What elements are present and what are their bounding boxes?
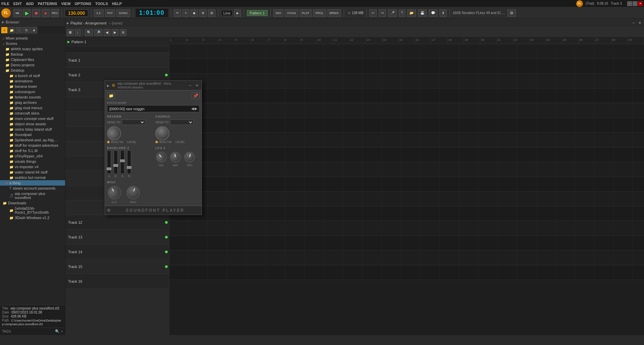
record-mode-button[interactable]: REC (51, 9, 59, 17)
chorus-builtin-radio[interactable] (155, 141, 158, 143)
grid-row-14[interactable] (169, 236, 644, 251)
misc-cut-knob[interactable] (105, 184, 124, 202)
previous-button[interactable]: ⏮ (13, 9, 21, 17)
paint-tool[interactable]: ⌖ (182, 9, 189, 17)
chorus-send-dropdown[interactable] (170, 120, 194, 125)
menu-item-add[interactable]: ADD (26, 2, 34, 6)
zoom-out-button[interactable]: 🔎 (94, 29, 102, 36)
mixer-button[interactable]: MIX (273, 9, 283, 17)
browser-item-downloads[interactable]: 📁 Downloads (0, 200, 65, 206)
stop-button[interactable]: ■ (32, 9, 40, 17)
zoom-in-button[interactable]: 🔍 (85, 29, 93, 36)
download-button[interactable]: ⬇ (439, 9, 447, 17)
browser-folder-button[interactable]: 📁 (8, 27, 15, 33)
scroll-right-button[interactable]: ▶ (112, 29, 118, 36)
channel-rack-button[interactable]: CHAN (285, 9, 298, 17)
line-dropdown[interactable]: Line (221, 10, 233, 16)
minimize-button[interactable]: ─ (627, 1, 632, 6)
open-button[interactable]: 📂 (407, 9, 416, 17)
draw-tool[interactable]: ✏ (174, 9, 181, 17)
erase-tool[interactable]: ◆ (191, 9, 198, 17)
grid-row-12[interactable] (169, 206, 644, 221)
lfo-del-knob[interactable] (154, 149, 169, 164)
collapse-arrow[interactable]: ▶ (2, 20, 4, 24)
piano-roll-button[interactable]: PROL (313, 9, 326, 17)
pattern-button[interactable]: PAT (105, 9, 115, 17)
grid-row-10[interactable] (169, 177, 644, 192)
zoom-tool[interactable]: ⊞ (208, 9, 215, 17)
browser-item-clipboard[interactable]: 📁 Clipboard files (0, 57, 65, 62)
plugin-minimize-button[interactable]: ─ (188, 83, 193, 88)
grid-row-13[interactable] (169, 221, 644, 236)
plugin-folder-button[interactable]: 📁 (107, 92, 115, 99)
record-button[interactable]: ● (42, 9, 50, 17)
browser-refresh-button[interactable]: ↻ (23, 27, 30, 33)
browser-item-bunch-stuff[interactable]: 📁 a bunch of stuff (0, 73, 65, 78)
lfo-amt-knob[interactable] (169, 151, 181, 163)
browser-item-wublinz[interactable]: 📁 wublinz but normal (0, 175, 65, 180)
grid-row-11[interactable] (169, 192, 644, 206)
sustain-slider[interactable] (120, 150, 124, 174)
select-tool[interactable]: ⊕ (199, 9, 207, 17)
browser-item-animations[interactable]: 📁 animations (0, 78, 65, 84)
grid-row-15[interactable] (169, 251, 644, 265)
lfo-spd-knob[interactable] (183, 150, 196, 163)
plugin-pin-button[interactable]: 📌 (192, 92, 200, 99)
browser-item-farlands[interactable]: 📁 farlands sounds (0, 94, 65, 100)
scroll-left-button[interactable]: ◀ (104, 29, 110, 36)
browser-item-soundpad[interactable]: 📁 Soundpad (0, 132, 65, 137)
menu-item-file[interactable]: FILE (1, 2, 9, 6)
browser-item-demo[interactable]: 📁 Demo projects (0, 62, 65, 68)
browser-item-colossingum[interactable]: 📁 colossingum (0, 89, 65, 94)
browser-up-button[interactable]: ↑ (16, 27, 22, 33)
pattern-view-button[interactable]: ↕ (75, 29, 80, 36)
detach-button[interactable]: ⊞ (120, 29, 126, 36)
attack-slider[interactable] (107, 150, 111, 174)
browser-item-gtag-archives[interactable]: 📁 gtag archives (0, 100, 65, 105)
grid-row-5[interactable] (169, 103, 644, 118)
browser-item-spritesheet[interactable]: 📁 Spritesheet-and..ay-Night-Funkin (0, 137, 65, 143)
tag-search-icon[interactable]: 🔍 (55, 329, 60, 334)
collapse-icon[interactable]: ▶ (67, 21, 69, 25)
browser-item-stuff-slm[interactable]: 📁 stuff for S.L.M (0, 148, 65, 153)
save-button[interactable]: 💾 (418, 9, 427, 17)
browser-item-object-show[interactable]: 📁 object show assets (0, 121, 65, 127)
browser-item-oisins[interactable]: 📁 oisins bday island stuff (0, 127, 65, 132)
browser-item-steam[interactable]: T steam account passwords (0, 186, 65, 191)
channel-view-button[interactable]: ⊞ (67, 29, 73, 36)
grid-row-8[interactable] (169, 147, 644, 162)
grid-row-7[interactable] (169, 133, 644, 147)
release-slider[interactable] (127, 150, 131, 174)
mic-button[interactable]: 🎤 (388, 9, 397, 17)
grid-row-2[interactable] (169, 59, 644, 74)
browser-item-rock1[interactable]: 📁 1elmla01hh-Rock1_BYTyroSmith (0, 206, 65, 215)
menu-item-patterns[interactable]: PATTERNS (38, 2, 57, 6)
menu-item-options[interactable]: OPTIONS (75, 2, 92, 6)
release-thumb[interactable] (127, 166, 131, 169)
browser-item-a-thing[interactable]: ❧ a thing (0, 180, 65, 186)
grid-row-6[interactable] (169, 118, 644, 133)
reverb-send-dropdown[interactable] (122, 120, 145, 125)
arr-minimize[interactable]: ─ (631, 21, 636, 25)
browser-item-ahhhh[interactable]: 📁 ahhhh scary sprites (0, 46, 65, 52)
browser-item-desktop[interactable]: 📁 Desktop (0, 68, 65, 73)
menu-item-edit[interactable]: EDIT (13, 2, 22, 6)
browser-item-utinyripper[interactable]: 📁 uTinyRipper_x64 (0, 153, 65, 159)
menu-item-tools[interactable]: TOOLS (95, 2, 108, 6)
song-button[interactable]: SONG (116, 9, 130, 17)
close-button[interactable]: ✕ (638, 1, 643, 6)
reverb-builtin-radio[interactable] (107, 141, 110, 143)
grid-row-1[interactable] (169, 44, 644, 59)
browser-button[interactable]: BRWS (327, 9, 341, 17)
patch-next-button[interactable]: ▶ (195, 107, 197, 111)
browser-item-scores[interactable]: ♪ Scores (0, 41, 65, 46)
tag-add-icon[interactable]: + (61, 329, 63, 334)
browser-star-button[interactable]: ★ (31, 27, 37, 33)
redo-button[interactable]: ↪ (379, 9, 386, 17)
menu-item-view[interactable]: VIEW (61, 2, 70, 6)
browser-item-backup[interactable]: 📁 Backup (0, 52, 65, 57)
timeline-grid[interactable]: 1 2 3 4 5 6 7 8 9 10 11 12 13 14 15 16 1 (169, 38, 644, 335)
playlist-button[interactable]: PLST (300, 9, 312, 17)
arr-close[interactable]: ✕ (637, 21, 643, 25)
browser-item-3dash[interactable]: 📁 3Dash Windows v1.2 (0, 215, 65, 220)
